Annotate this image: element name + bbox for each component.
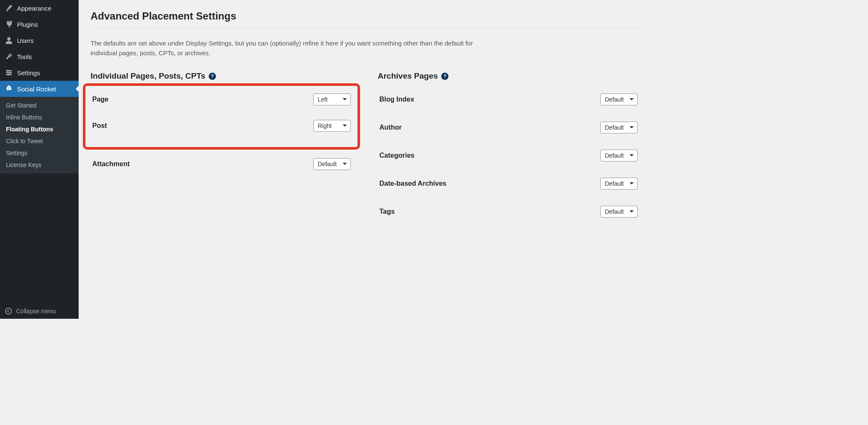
setting-row-date-archives: Date-based Archives Default <box>378 178 640 190</box>
admin-sidebar: Appearance Plugins Users Tools Settings <box>0 0 79 319</box>
attachment-position-select[interactable]: Default <box>313 158 351 170</box>
row-label: Blog Index <box>380 96 414 103</box>
sidebar-item-label: Users <box>17 37 34 44</box>
tags-select[interactable]: Default <box>600 206 638 218</box>
individual-title-text: Individual Pages, Posts, CPTs <box>91 71 205 81</box>
row-label: Date-based Archives <box>380 180 447 187</box>
collapse-label: Collapse menu <box>16 308 56 314</box>
sidebar-item-label: Appearance <box>17 5 51 12</box>
sliders-icon <box>5 69 13 76</box>
sidebar-item-tools[interactable]: Tools <box>0 48 79 65</box>
sidebar-item-label: Settings <box>17 69 40 76</box>
sidebar-item-label: Social Rocket <box>17 85 56 93</box>
individual-column: Individual Pages, Posts, CPTs ? Page Lef… <box>91 71 352 234</box>
setting-row-tags: Tags Default <box>378 206 640 218</box>
setting-row-author: Author Default <box>378 122 640 133</box>
user-icon <box>5 37 13 44</box>
row-label: Categories <box>380 152 415 159</box>
divider <box>91 28 639 28</box>
setting-row-post: Post Right <box>91 120 352 132</box>
post-position-select[interactable]: Right <box>313 120 351 132</box>
row-label: Tags <box>380 208 395 215</box>
row-label: Attachment <box>92 160 130 168</box>
setting-row-attachment: Attachment Default <box>91 158 352 170</box>
sidebar-item-plugins[interactable]: Plugins <box>0 16 79 32</box>
page-description: The defaults are set above under Display… <box>91 39 499 58</box>
sidebar-item-appearance[interactable]: Appearance <box>0 0 79 16</box>
sidebar-submenu: Get Started Inline Buttons Floating Butt… <box>0 97 79 173</box>
page-position-select[interactable]: Left <box>313 94 351 105</box>
main-content: Advanced Placement Settings The defaults… <box>79 0 651 319</box>
svg-point-1 <box>7 70 9 72</box>
archives-column: Archives Pages ? Blog Index Default Auth… <box>378 71 640 234</box>
row-label: Post <box>92 122 107 130</box>
setting-row-page: Page Left <box>91 94 352 105</box>
individual-section-title: Individual Pages, Posts, CPTs ? <box>91 71 352 81</box>
sidebar-item-label: Plugins <box>17 21 38 28</box>
archives-section-title: Archives Pages ? <box>378 71 640 81</box>
svg-point-2 <box>10 72 11 74</box>
submenu-floating-buttons[interactable]: Floating Buttons <box>0 123 79 135</box>
sidebar-item-social-rocket[interactable]: Social Rocket <box>0 81 79 97</box>
submenu-click-to-tweet[interactable]: Click to Tweet <box>0 135 79 147</box>
row-label: Author <box>380 124 402 131</box>
help-icon[interactable]: ? <box>441 73 448 80</box>
setting-row-blog-index: Blog Index Default <box>378 94 640 105</box>
page-title: Advanced Placement Settings <box>91 10 639 22</box>
sidebar-item-settings[interactable]: Settings <box>0 65 79 81</box>
wrench-icon <box>5 53 13 60</box>
submenu-license-keys[interactable]: License Keys <box>0 159 79 171</box>
svg-point-0 <box>7 37 10 40</box>
blog-index-select[interactable]: Default <box>600 94 638 105</box>
date-archives-select[interactable]: Default <box>600 178 638 190</box>
collapse-menu-button[interactable]: Collapse menu <box>0 303 79 319</box>
svg-point-4 <box>6 308 11 314</box>
plug-icon <box>5 20 13 28</box>
submenu-settings[interactable]: Settings <box>0 147 79 159</box>
sidebar-item-label: Tools <box>17 53 32 60</box>
submenu-inline-buttons[interactable]: Inline Buttons <box>0 111 79 123</box>
help-icon[interactable]: ? <box>209 73 216 80</box>
sidebar-item-users[interactable]: Users <box>0 32 79 48</box>
author-select[interactable]: Default <box>600 122 638 133</box>
archives-title-text: Archives Pages <box>378 71 438 81</box>
rocket-icon <box>5 85 13 93</box>
brush-icon <box>5 4 13 12</box>
categories-select[interactable]: Default <box>600 150 638 162</box>
submenu-get-started[interactable]: Get Started <box>0 99 79 111</box>
svg-point-3 <box>8 74 9 76</box>
setting-row-categories: Categories Default <box>378 150 640 162</box>
highlight-annotation: Page Left Post Right <box>83 83 360 150</box>
row-label: Page <box>92 96 108 103</box>
